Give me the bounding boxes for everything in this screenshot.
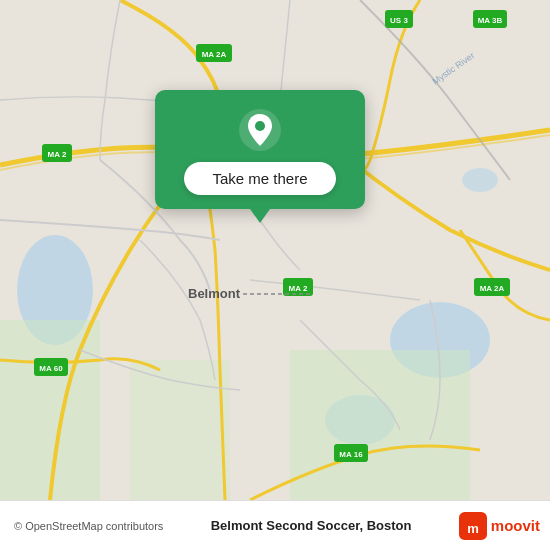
svg-rect-6 [290,350,470,500]
moovit-text: moovit [491,517,540,534]
popup-card: Take me there [155,90,365,209]
svg-text:MA 2A: MA 2A [202,50,227,59]
svg-text:m: m [467,520,479,535]
moovit-logo: m moovit [459,512,540,540]
svg-text:MA 16: MA 16 [339,450,363,459]
bottom-bar: © OpenStreetMap contributors Belmont Sec… [0,500,550,550]
svg-text:MA 60: MA 60 [39,364,63,373]
map-container: US 3 MA 3B MA 2A MA 2 MA 2 MA 2A MA 60 M… [0,0,550,500]
svg-text:MA 2: MA 2 [289,284,308,293]
svg-rect-7 [130,360,230,500]
svg-text:Belmont: Belmont [188,286,241,301]
location-pin-icon [238,108,282,152]
svg-point-3 [462,168,498,192]
copyright-text: © OpenStreetMap contributors [14,520,163,532]
take-me-there-button[interactable]: Take me there [184,162,335,195]
moovit-icon: m [459,512,487,540]
svg-text:MA 2A: MA 2A [480,284,505,293]
svg-text:MA 3B: MA 3B [478,16,503,25]
svg-rect-5 [0,320,100,500]
map-svg: US 3 MA 3B MA 2A MA 2 MA 2 MA 2A MA 60 M… [0,0,550,500]
svg-text:US 3: US 3 [390,16,408,25]
svg-text:MA 2: MA 2 [48,150,67,159]
location-title: Belmont Second Soccer, Boston [163,518,458,533]
svg-point-28 [255,121,265,131]
